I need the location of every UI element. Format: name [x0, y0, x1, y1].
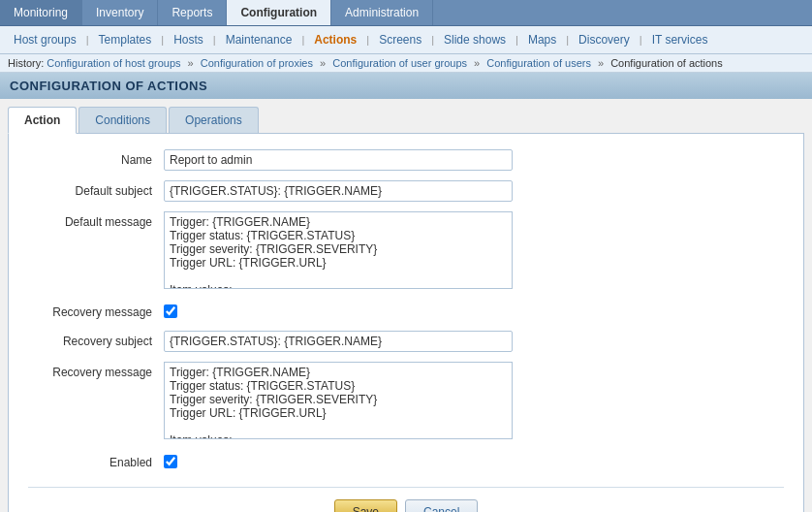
- breadcrumb-link-4[interactable]: Configuration of users: [486, 57, 591, 69]
- nav-maintenance[interactable]: Maintenance: [218, 30, 300, 49]
- default-subject-row: Default subject: [28, 180, 784, 202]
- recovery-message-checkbox[interactable]: [164, 304, 177, 318]
- recovery-message-body-input[interactable]: Trigger: {TRIGGER.NAME} Trigger status: …: [164, 362, 513, 439]
- sep6: |: [431, 34, 434, 46]
- tab-inventory[interactable]: Inventory: [82, 0, 158, 25]
- recovery-message-label: Recovery message: [28, 302, 164, 319]
- recovery-subject-input[interactable]: [164, 331, 513, 352]
- enabled-checkbox-wrapper: [164, 452, 513, 471]
- second-nav: Host groups | Templates | Hosts | Mainte…: [0, 26, 812, 54]
- nav-actions[interactable]: Actions: [306, 30, 364, 49]
- default-subject-wrapper: [164, 180, 513, 202]
- nav-discovery[interactable]: Discovery: [571, 30, 638, 49]
- default-message-input[interactable]: Trigger: {TRIGGER.NAME} Trigger status: …: [164, 211, 513, 289]
- name-label: Name: [28, 149, 164, 167]
- default-subject-input[interactable]: [164, 180, 513, 202]
- breadcrumb-link-1[interactable]: Configuration of host groups: [47, 57, 180, 69]
- sep2: |: [161, 34, 164, 46]
- sep7: |: [515, 34, 518, 46]
- name-input[interactable]: [164, 149, 513, 171]
- nav-screens[interactable]: Screens: [371, 30, 429, 49]
- form-tabs: Action Conditions Operations: [8, 107, 804, 133]
- sep1: |: [86, 34, 89, 46]
- recovery-message-body-row: Recovery message Trigger: {TRIGGER.NAME}…: [28, 362, 784, 442]
- breadcrumb-current: Configuration of actions: [610, 57, 723, 69]
- default-message-row: Default message Trigger: {TRIGGER.NAME} …: [28, 211, 784, 292]
- tab-conditions[interactable]: Conditions: [78, 107, 167, 133]
- default-message-wrapper: Trigger: {TRIGGER.NAME} Trigger status: …: [164, 211, 513, 292]
- default-subject-label: Default subject: [28, 180, 164, 198]
- name-row: Name: [28, 149, 784, 171]
- page-header: CONFIGURATION OF ACTIONS: [0, 73, 812, 99]
- form-area: Name Default subject Default message Tri…: [8, 133, 804, 512]
- enabled-label: Enabled: [28, 452, 164, 469]
- nav-host-groups[interactable]: Host groups: [6, 30, 84, 49]
- enabled-checkbox[interactable]: [164, 455, 177, 468]
- breadcrumb: History: Configuration of host groups » …: [0, 54, 812, 73]
- sep3: |: [213, 34, 216, 46]
- recovery-message-body-label: Recovery message: [28, 362, 164, 379]
- breadcrumb-link-3[interactable]: Configuration of user groups: [332, 57, 467, 69]
- recovery-subject-wrapper: [164, 331, 513, 352]
- recovery-subject-row: Recovery subject: [28, 331, 784, 352]
- nav-it-services[interactable]: IT services: [644, 30, 716, 49]
- nav-maps[interactable]: Maps: [520, 30, 564, 49]
- recovery-subject-label: Recovery subject: [28, 331, 164, 348]
- name-field-wrapper: [164, 149, 513, 171]
- save-button[interactable]: Save: [334, 499, 397, 512]
- sep4: |: [301, 34, 304, 46]
- default-message-label: Default message: [28, 211, 164, 229]
- breadcrumb-prefix: History:: [8, 57, 44, 69]
- tab-monitoring[interactable]: Monitoring: [0, 0, 82, 25]
- button-row: Save Cancel: [28, 487, 784, 512]
- nav-slide-shows[interactable]: Slide shows: [436, 30, 514, 49]
- breadcrumb-link-2[interactable]: Configuration of proxies: [201, 57, 313, 69]
- tab-administration[interactable]: Administration: [331, 0, 433, 25]
- nav-templates[interactable]: Templates: [91, 30, 160, 49]
- sep9: |: [640, 34, 642, 46]
- tab-operations[interactable]: Operations: [169, 107, 259, 133]
- cancel-button[interactable]: Cancel: [405, 499, 478, 512]
- nav-hosts[interactable]: Hosts: [166, 30, 211, 49]
- sep8: |: [566, 34, 569, 46]
- recovery-message-row: Recovery message: [28, 302, 784, 321]
- enabled-row: Enabled: [28, 452, 784, 471]
- tab-configuration[interactable]: Configuration: [227, 0, 331, 25]
- tab-reports[interactable]: Reports: [158, 0, 227, 25]
- recovery-message-checkbox-wrapper: [164, 302, 513, 321]
- tab-action[interactable]: Action: [8, 107, 77, 134]
- recovery-message-body-wrapper: Trigger: {TRIGGER.NAME} Trigger status: …: [164, 362, 513, 442]
- sep5: |: [366, 34, 369, 46]
- top-nav: Monitoring Inventory Reports Configurati…: [0, 0, 812, 26]
